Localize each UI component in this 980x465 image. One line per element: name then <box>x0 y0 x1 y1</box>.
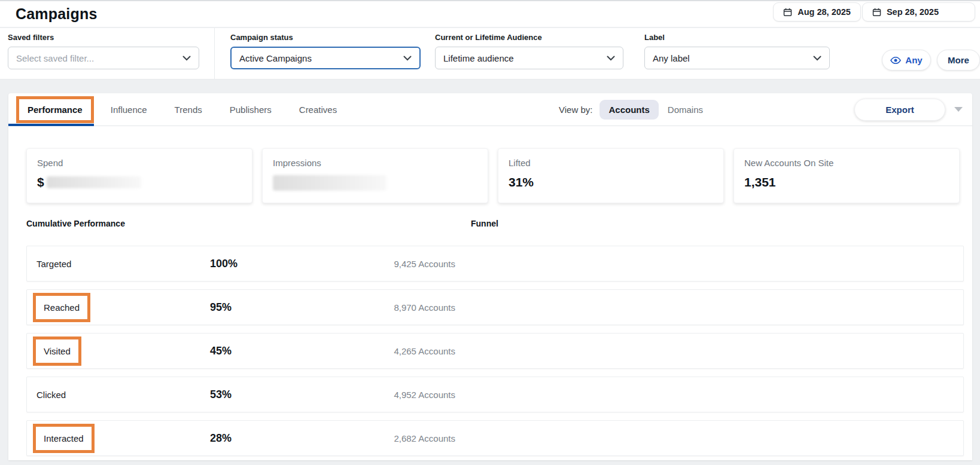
tab-trends[interactable]: Trends <box>175 105 202 115</box>
campaign-status-select[interactable]: Active Campaigns <box>230 47 421 69</box>
funnel-stage-percent: 100% <box>210 258 276 270</box>
redacted-value <box>47 176 141 188</box>
label-filter-value: Any label <box>653 53 690 63</box>
funnel-stage-label: Clicked <box>36 388 66 401</box>
metric-value <box>273 175 477 191</box>
funnel-stage-percent: 45% <box>210 345 276 357</box>
audience-value: Lifetime audience <box>443 53 514 63</box>
date-to-button[interactable]: Sep 28, 2025 <box>862 2 975 22</box>
funnel-stage-accounts: 4,265 Accounts <box>276 346 455 356</box>
view-by-domains-option[interactable]: Domains <box>659 100 712 120</box>
tab-publishers[interactable]: Publishers <box>230 105 272 115</box>
active-tab-underline <box>8 124 94 126</box>
saved-filters-select[interactable]: Select saved filter... <box>8 47 199 69</box>
funnel-stage-label: Reached <box>33 293 90 322</box>
date-from-button[interactable]: Aug 28, 2025 <box>773 2 861 22</box>
metric-label: Spend <box>37 158 242 168</box>
title-bar: Campaigns Aug 28, 2025 <box>0 0 980 27</box>
label-filter-select[interactable]: Any label <box>644 47 830 69</box>
metric-card-spend: Spend $ <box>26 148 252 203</box>
page-title: Campaigns <box>16 5 98 23</box>
funnel-rows: Targeted 100% 9,425 Accounts Reached 95%… <box>26 246 964 464</box>
chevron-down-icon <box>182 56 191 61</box>
label-filter-group: Label Any label <box>644 33 830 69</box>
metric-label: Lifted <box>509 158 713 168</box>
chevron-down-icon <box>403 56 412 61</box>
currency-prefix: $ <box>37 175 44 189</box>
funnel-stage-label: Visited <box>33 336 81 366</box>
funnel-row-reached: Reached 95% 8,970 Accounts <box>26 289 964 325</box>
campaign-status-label: Campaign status <box>230 33 421 42</box>
funnel-heading: Funnel <box>471 219 498 228</box>
funnel-stage-percent: 53% <box>210 388 276 401</box>
date-to-value: Sep 28, 2025 <box>887 7 939 17</box>
filter-bar: Saved filters Select saved filter... Cam… <box>0 28 980 79</box>
calendar-icon <box>783 8 792 17</box>
any-button-label: Any <box>905 55 922 65</box>
tab-creatives[interactable]: Creatives <box>299 105 337 115</box>
funnel-stage-accounts: 9,425 Accounts <box>276 259 455 269</box>
funnel-stage-accounts: 4,952 Accounts <box>276 390 455 400</box>
metric-cards: Spend $ Impressions Lifted 31% New Accou… <box>26 148 960 203</box>
campaign-status-group: Campaign status Active Campaigns <box>230 33 421 69</box>
funnel-row-interacted: Interacted 28% 2,682 Accounts <box>26 420 964 456</box>
saved-filters-group: Saved filters Select saved filter... <box>8 33 199 69</box>
view-by-control: View by: Accounts Domains <box>559 93 712 126</box>
view-by-label: View by: <box>559 105 592 115</box>
tab-influence[interactable]: Influence <box>111 105 147 115</box>
funnel-stage-percent: 95% <box>210 301 276 314</box>
funnel-row-targeted: Targeted 100% 9,425 Accounts <box>26 246 964 282</box>
funnel-stage-label: Interacted <box>33 424 95 453</box>
funnel-row-clicked: Clicked 53% 4,952 Accounts <box>26 377 964 412</box>
eye-icon <box>890 57 901 64</box>
saved-filters-label: Saved filters <box>8 33 199 42</box>
funnel-row-visited: Visited 45% 4,265 Accounts <box>26 333 964 369</box>
funnel-stage-percent: 28% <box>210 432 276 445</box>
view-by-segmented-control: Accounts Domains <box>599 100 712 120</box>
campaign-status-value: Active Campaigns <box>239 53 312 63</box>
calendar-icon <box>872 8 881 17</box>
metric-value: 1,351 <box>744 175 949 189</box>
label-filter-label: Label <box>644 33 830 42</box>
more-filters-button[interactable]: More <box>937 50 980 71</box>
saved-filters-placeholder: Select saved filter... <box>16 53 94 63</box>
metric-card-impressions: Impressions <box>262 148 488 203</box>
metric-card-lifted: Lifted 31% <box>498 148 724 203</box>
export-button[interactable]: Export <box>854 99 945 121</box>
filter-divider <box>214 28 215 79</box>
export-caret-icon[interactable] <box>954 107 963 112</box>
annotation-box-performance: Performance <box>16 96 94 123</box>
tab-performance-label: Performance <box>28 105 83 115</box>
view-by-accounts-option[interactable]: Accounts <box>599 100 658 120</box>
date-from-value: Aug 28, 2025 <box>798 7 851 17</box>
tabs: Performance Influence Trends Publishers … <box>16 93 364 126</box>
funnel-stage-accounts: 8,970 Accounts <box>276 302 455 313</box>
chevron-down-icon <box>607 56 615 61</box>
chevron-down-icon <box>813 56 821 61</box>
redacted-value <box>273 175 386 191</box>
metric-label: Impressions <box>273 158 477 168</box>
metric-card-new-accounts: New Accounts On Site 1,351 <box>734 148 960 203</box>
audience-select[interactable]: Lifetime audience <box>435 47 623 69</box>
metric-label: New Accounts On Site <box>744 158 949 168</box>
funnel-stage-label: Targeted <box>36 258 71 270</box>
main-content-card: Performance Influence Trends Publishers … <box>8 93 972 460</box>
date-range-picker: Aug 28, 2025 Sep 28, 2025 <box>773 2 975 22</box>
more-button-label: More <box>948 55 969 65</box>
audience-label: Current or Lifetime Audience <box>435 33 623 42</box>
tab-performance[interactable]: Performance <box>16 96 94 123</box>
any-visibility-button[interactable]: Any <box>882 50 931 71</box>
funnel-stage-accounts: 2,682 Accounts <box>276 433 455 443</box>
metric-value: $ <box>37 175 242 189</box>
metric-value: 31% <box>509 175 713 189</box>
audience-group: Current or Lifetime Audience Lifetime au… <box>435 33 623 69</box>
tabs-row: Performance Influence Trends Publishers … <box>8 93 972 126</box>
cumulative-performance-heading: Cumulative Performance <box>26 219 125 228</box>
